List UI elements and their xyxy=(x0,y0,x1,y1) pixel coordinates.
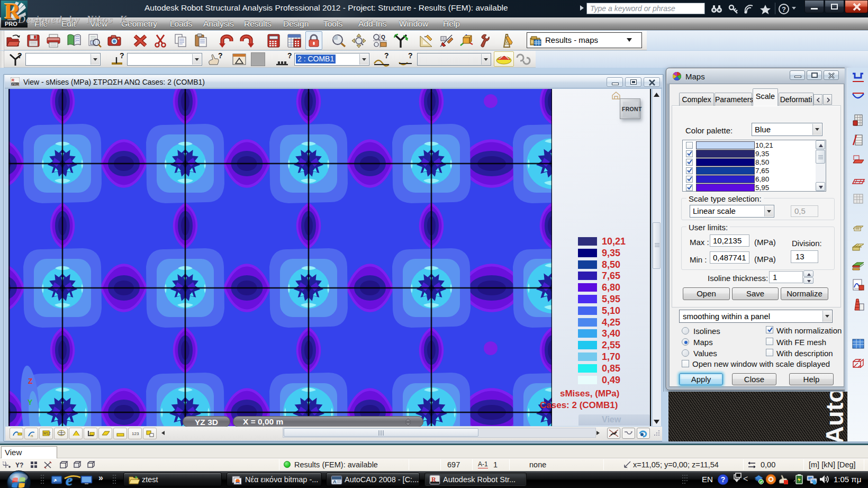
svg-text:A: A xyxy=(333,479,337,484)
svg-text:?: ? xyxy=(218,52,223,60)
svg-text:Q: Q xyxy=(381,34,385,40)
svg-text:M12: M12 xyxy=(43,431,51,435)
svg-text:R: R xyxy=(12,78,14,82)
svg-text:?: ? xyxy=(384,52,389,60)
svg-text:?: ? xyxy=(782,5,786,13)
svg-text:123: 123 xyxy=(132,431,139,436)
svg-text:?: ? xyxy=(17,52,22,60)
svg-text:?: ? xyxy=(408,52,413,60)
svg-text:PRO: PRO xyxy=(12,83,19,86)
svg-text:?: ? xyxy=(287,52,292,60)
svg-text:?: ? xyxy=(120,52,124,60)
svg-text:Y?: Y? xyxy=(15,462,23,469)
svg-text:n: n xyxy=(31,433,33,438)
svg-text:?: ? xyxy=(721,475,726,484)
